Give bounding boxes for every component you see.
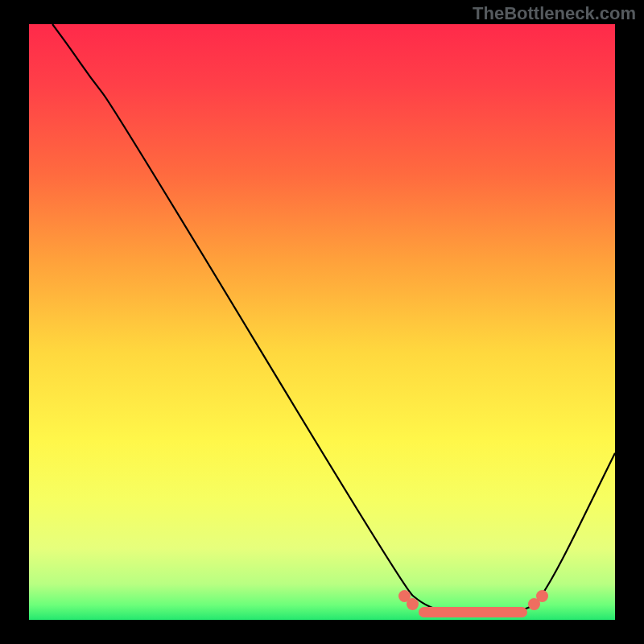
bottleneck-curve <box>29 24 615 620</box>
chart-frame: TheBottleneck.com <box>0 0 644 644</box>
flat-region-bar <box>419 607 527 617</box>
watermark-text: TheBottleneck.com <box>473 3 636 24</box>
plot-area <box>29 24 615 620</box>
